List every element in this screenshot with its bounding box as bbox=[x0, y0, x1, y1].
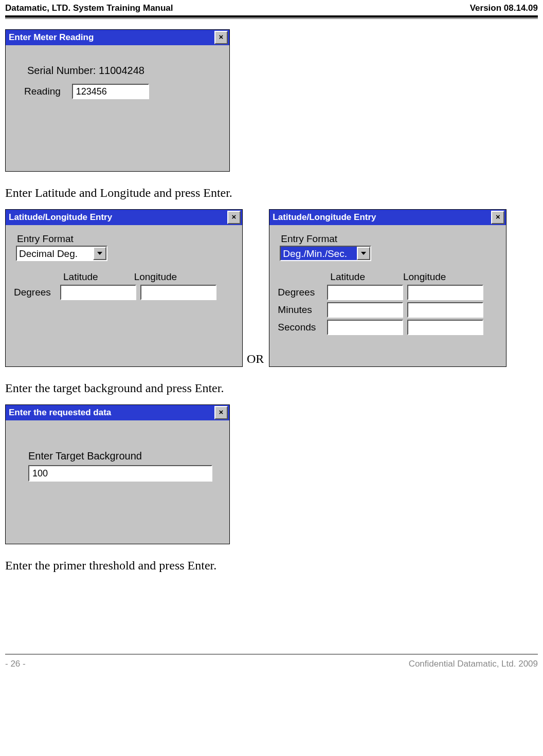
seconds-label: Seconds bbox=[278, 322, 327, 333]
longitude-header: Longitude bbox=[134, 271, 177, 283]
close-icon[interactable]: × bbox=[227, 211, 241, 224]
latitude-seconds-input[interactable] bbox=[327, 320, 403, 335]
latitude-minutes-input[interactable] bbox=[327, 302, 403, 318]
close-icon[interactable]: × bbox=[491, 211, 504, 224]
entry-format-dropdown[interactable]: Deg./Min./Sec. bbox=[280, 246, 371, 261]
dialog-title: Latitude/Longitude Entry bbox=[273, 212, 376, 223]
or-text: OR bbox=[247, 352, 264, 366]
latitude-header: Latitude bbox=[63, 271, 98, 283]
header-rule bbox=[5, 15, 538, 19]
degrees-label: Degrees bbox=[14, 287, 60, 298]
instruction-target-bg: Enter the target background and press En… bbox=[5, 381, 538, 395]
footer-rule bbox=[5, 654, 538, 655]
latlon-decimal-dialog: Latitude/Longitude Entry × Entry Format … bbox=[5, 209, 243, 367]
footer-confidential: Confidential Datamatic, Ltd. 2009 bbox=[409, 659, 538, 669]
target-background-label: Enter Target Background bbox=[28, 450, 221, 462]
dialog-title: Latitude/Longitude Entry bbox=[9, 212, 112, 223]
page-number: - 26 - bbox=[5, 659, 26, 669]
header-right: Version 08.14.09 bbox=[470, 3, 538, 13]
longitude-seconds-input[interactable] bbox=[407, 320, 483, 335]
dialog-title: Enter Meter Reading bbox=[9, 32, 94, 43]
close-icon[interactable]: × bbox=[214, 31, 228, 44]
dropdown-value: Deg./Min./Sec. bbox=[281, 247, 357, 260]
latitude-header: Latitude bbox=[330, 271, 365, 283]
header-left: Datamatic, LTD. System Training Manual bbox=[5, 3, 173, 13]
reading-label: Reading bbox=[24, 86, 61, 97]
latitude-degrees-input[interactable] bbox=[327, 285, 403, 300]
latlon-dms-dialog: Latitude/Longitude Entry × Entry Format … bbox=[269, 209, 506, 367]
dropdown-value: Decimal Deg. bbox=[17, 247, 93, 260]
longitude-header: Longitude bbox=[403, 271, 446, 283]
longitude-degrees-input[interactable] bbox=[140, 285, 216, 300]
titlebar: Latitude/Longitude Entry × bbox=[269, 210, 506, 225]
reading-input[interactable] bbox=[72, 84, 149, 99]
instruction-primer-threshold: Enter the primer threshold and press Ent… bbox=[5, 559, 538, 573]
longitude-minutes-input[interactable] bbox=[407, 302, 483, 318]
latitude-degrees-input[interactable] bbox=[60, 285, 136, 300]
chevron-down-icon[interactable] bbox=[357, 247, 370, 260]
target-background-input[interactable] bbox=[28, 465, 212, 482]
titlebar: Enter the requested data × bbox=[6, 405, 229, 420]
enter-meter-reading-dialog: Enter Meter Reading × Serial Number: 110… bbox=[5, 29, 230, 172]
longitude-degrees-input[interactable] bbox=[407, 285, 483, 300]
titlebar: Enter Meter Reading × bbox=[6, 30, 229, 45]
degrees-label: Degrees bbox=[278, 287, 327, 298]
entry-format-label: Entry Format bbox=[17, 233, 234, 245]
chevron-down-icon[interactable] bbox=[93, 247, 106, 260]
entry-format-dropdown[interactable]: Decimal Deg. bbox=[16, 246, 107, 261]
minutes-label: Minutes bbox=[278, 304, 327, 316]
serial-number-label: Serial Number: 11004248 bbox=[27, 65, 221, 77]
instruction-latlon: Enter Latitude and Longitude and press E… bbox=[5, 186, 538, 200]
close-icon[interactable]: × bbox=[214, 406, 228, 419]
enter-requested-data-dialog: Enter the requested data × Enter Target … bbox=[5, 404, 230, 544]
dialog-title: Enter the requested data bbox=[9, 408, 111, 418]
titlebar: Latitude/Longitude Entry × bbox=[6, 210, 242, 225]
entry-format-label: Entry Format bbox=[281, 233, 498, 245]
